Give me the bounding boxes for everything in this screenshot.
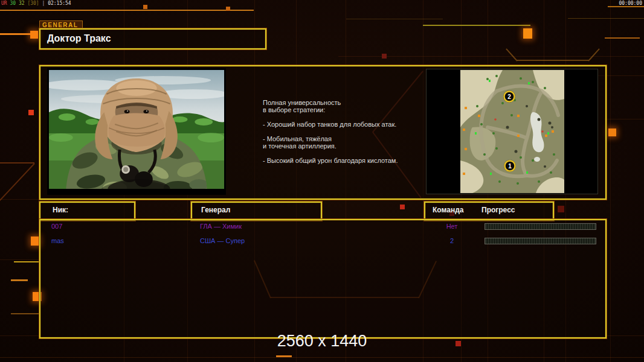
player-nick: 007 [51,223,62,230]
progress-track [485,223,596,230]
stats-token: | [42,1,45,6]
player-row: 007 ГЛА — Химик Нет [40,222,603,232]
description-line: Полная универсальность [263,99,420,106]
bg-square [226,7,230,11]
player-progress-bar [485,238,596,244]
bg-line [276,355,292,357]
description-line: - Высокий общий урон благодаря кислотам. [263,157,420,164]
tab-general[interactable]: GENERAL [39,21,83,29]
bg-square [382,54,387,59]
header-general: Генерал [191,202,322,221]
bg-line [423,25,530,26]
general-portrait-image [49,70,224,193]
bg-line [11,313,39,314]
general-portrait-frame [47,68,226,195]
bg-square [143,5,147,9]
bg-square [30,31,38,39]
player-team: 2 [434,237,470,244]
description-line: в выборе стратегии: [263,106,420,113]
header-nick-label: Ник: [40,203,134,218]
bg-square [608,129,616,136]
bg-line [346,19,443,19]
map-preview-frame: 2 1 [426,69,598,194]
player-general: США — Супер [200,237,245,244]
bg-square [558,206,564,212]
bg-diagonal [0,162,34,164]
header-nick: Ник: [39,202,135,221]
bg-line [0,199,39,200]
description-line: - Мобильная, тяжёлая [263,135,420,142]
bg-line [610,0,611,362]
player-nick: mas [51,237,64,244]
bg-line [608,6,644,7]
bg-diagonal [588,48,600,61]
description-line: - Хороший набор танков для лобовых атак. [263,121,420,128]
map-preview-image: 2 1 [460,70,564,193]
match-timer: 00:00:00 [619,1,642,6]
stats-token: 30 [10,1,16,6]
bg-square [28,110,34,115]
general-title-box: Доктор Тракс [39,28,266,49]
bg-diagonal [0,163,35,201]
bg-square [523,28,532,39]
bg-line [14,261,39,262]
description-line: и точечная артиллерия. [263,142,420,150]
stats-token: UR [1,1,7,6]
bg-diagonal [517,60,588,61]
resolution-label: 2560 x 1440 [0,332,644,351]
header-progress-label: Прогресс [481,203,515,218]
header-general-label: Генерал [192,203,321,218]
bg-square [400,205,405,209]
player-row: mas США — Супер 2 [40,237,603,246]
bg-line [605,37,640,39]
bg-line [11,279,28,281]
player-general: ГЛА — Химик [200,223,242,230]
map-start-marker-1: 1 [504,160,516,172]
bg-square [31,237,40,246]
progress-track [485,238,596,244]
general-name: Доктор Тракс [40,30,265,47]
general-info-panel: Полная универсальность в выборе стратеги… [39,65,607,200]
bg-line [0,259,39,260]
header-team-progress: Команда Прогресс [424,202,554,221]
bg-diagonal [506,48,518,61]
stats-token: 32 [19,1,25,6]
svg-text:2: 2 [507,94,511,100]
bg-line [0,10,254,11]
player-progress-bar [485,223,596,230]
perf-stats-readout: UR 30 32 [30] | 02:15:54 [1,1,71,6]
stats-clock: 02:15:54 [48,1,71,6]
general-description: Полная универсальность в выборе стратеги… [263,99,420,164]
map-start-marker-2: 2 [503,91,515,103]
svg-text:1: 1 [508,163,512,170]
player-team: Нет [434,223,470,230]
players-list-panel: 007 ГЛА — Химик Нет mas США — Супер 2 [39,219,607,338]
bg-line [0,357,644,358]
bg-line [568,18,644,19]
stats-token: [30] [27,1,39,6]
background: UR 30 32 [30] | 02:15:54 00:00:00 GENERA… [0,0,644,362]
bg-line [604,119,644,119]
